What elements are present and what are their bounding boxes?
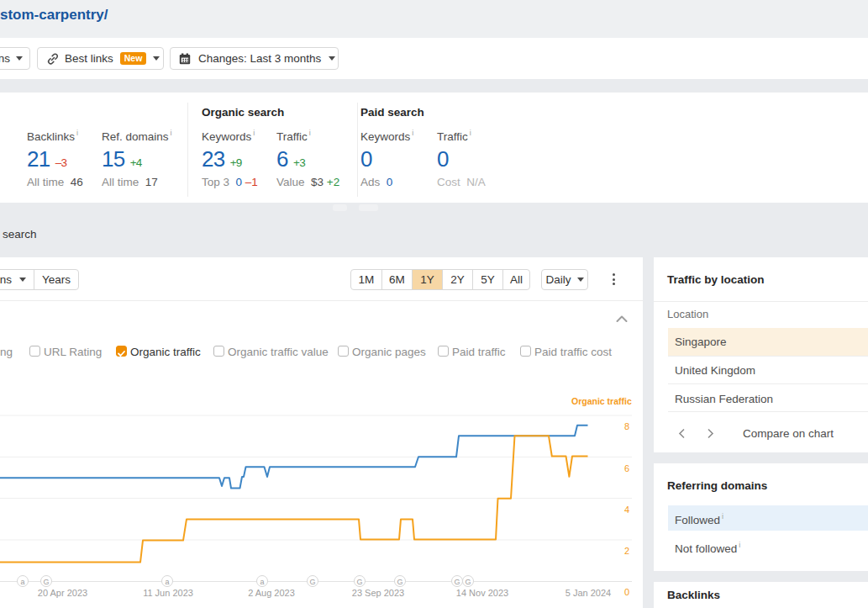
svg-text:11 Jun 2023: 11 Jun 2023 (143, 588, 193, 598)
svg-text:8: 8 (624, 421, 629, 431)
svg-text:2 Aug 2023: 2 Aug 2023 (248, 588, 295, 598)
svg-text:G: G (397, 578, 402, 586)
svg-text:G: G (43, 578, 49, 586)
svg-text:14 Nov 2023: 14 Nov 2023 (456, 588, 508, 598)
svg-text:23 Sep 2023: 23 Sep 2023 (352, 588, 404, 598)
svg-text:0: 0 (624, 587, 629, 597)
svg-text:20 Apr 2023: 20 Apr 2023 (38, 588, 87, 598)
svg-text:G: G (309, 578, 315, 586)
svg-text:6: 6 (624, 463, 629, 473)
svg-text:4: 4 (624, 505, 629, 515)
svg-text:a: a (165, 578, 169, 586)
svg-text:a: a (20, 578, 24, 586)
svg-text:G: G (454, 578, 460, 586)
svg-text:5 Jan 2024: 5 Jan 2024 (566, 588, 611, 598)
svg-text:2: 2 (624, 546, 629, 556)
svg-text:G: G (465, 578, 471, 586)
svg-text:G: G (356, 578, 362, 586)
svg-text:a: a (260, 578, 264, 586)
